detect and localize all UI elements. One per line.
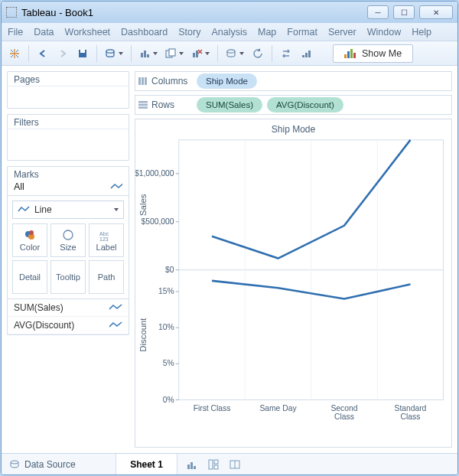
menu-analysis[interactable]: Analysis (211, 27, 247, 37)
svg-rect-64 (214, 460, 218, 464)
close-button[interactable]: ✕ (419, 5, 453, 19)
columns-icon (138, 77, 148, 85)
mark-type-dropdown[interactable]: Line (12, 201, 124, 219)
menu-file[interactable]: File (8, 27, 23, 37)
pill-ship-mode[interactable]: Ship Mode (197, 73, 257, 89)
toolbar: Show Me (2, 41, 457, 66)
marks-all-label: All (14, 181, 24, 192)
size-button[interactable]: Size (50, 223, 86, 257)
tooltip-button[interactable]: Tooltip (50, 260, 86, 294)
maximize-button[interactable]: ☐ (393, 5, 415, 19)
menu-format[interactable]: Format (287, 27, 317, 37)
svg-rect-14 (193, 53, 195, 57)
back-button[interactable] (34, 44, 51, 63)
clear-button[interactable] (189, 44, 212, 63)
line-icon (109, 304, 122, 311)
svg-rect-13 (169, 49, 175, 56)
pages-label: Pages (8, 72, 129, 86)
show-me-label: Show Me (362, 48, 402, 59)
new-worksheet-button[interactable] (137, 44, 160, 63)
chevron-down-icon (114, 208, 119, 211)
swap-button[interactable] (278, 44, 295, 63)
data-source-tab[interactable]: Data Source (2, 454, 116, 474)
menu-dashboard[interactable]: Dashboard (121, 27, 168, 37)
rows-shelf[interactable]: Rows SUM(Sales) AVG(Discount) (135, 95, 452, 115)
refresh-button[interactable] (249, 44, 266, 63)
color-button[interactable]: Color (12, 223, 47, 257)
svg-rect-30 (138, 104, 148, 106)
svg-point-22 (29, 230, 34, 235)
menu-map[interactable]: Map (258, 27, 276, 37)
pages-shelf[interactable]: Pages (7, 71, 129, 109)
duplicate-button[interactable] (163, 44, 186, 63)
filters-shelf[interactable]: Filters (7, 114, 129, 161)
minimize-button[interactable]: ─ (367, 5, 389, 19)
svg-rect-7 (80, 50, 85, 53)
visualization-pane[interactable]: Ship Mode $0$500,000$1,000,0000%5%10%15%… (135, 119, 452, 448)
svg-line-2 (11, 50, 13, 52)
marks-measure-discount[interactable]: AVG(Discount) (8, 317, 129, 334)
new-worksheet-icon[interactable] (187, 459, 197, 470)
show-me-icon (344, 49, 356, 58)
svg-text:Discount: Discount (138, 318, 148, 352)
svg-line-3 (16, 50, 18, 52)
svg-text:10%: 10% (158, 323, 174, 331)
pill-avg-discount[interactable]: AVG(Discount) (267, 97, 343, 112)
svg-text:Same Day: Same Day (259, 404, 297, 412)
svg-text:0%: 0% (163, 396, 174, 404)
app-icon (6, 7, 17, 18)
svg-rect-29 (138, 101, 148, 103)
svg-text:$0: $0 (165, 266, 174, 274)
new-story-icon[interactable] (230, 459, 240, 470)
marks-card: Marks All Line Color Size Abc123Label De… (7, 166, 129, 335)
new-dashboard-icon[interactable] (208, 459, 219, 470)
tableau-logo-icon[interactable] (6, 44, 23, 63)
svg-point-23 (63, 230, 73, 240)
marks-label: Marks (8, 167, 129, 180)
path-button[interactable]: Path (89, 260, 124, 294)
show-me-button[interactable]: Show Me (333, 44, 413, 63)
line-icon (110, 183, 122, 191)
datasource-button[interactable] (103, 44, 125, 63)
save-button[interactable] (74, 44, 91, 63)
columns-shelf[interactable]: Columns Ship Mode (135, 71, 452, 91)
forward-button[interactable] (54, 44, 71, 63)
svg-rect-15 (196, 51, 198, 57)
svg-text:Class: Class (334, 412, 354, 421)
svg-rect-63 (209, 460, 213, 469)
label-button[interactable]: Abc123Label (89, 223, 124, 257)
chart-canvas: $0$500,000$1,000,0000%5%10%15%First Clas… (135, 119, 451, 435)
window-title: Tableau - Book1 (21, 7, 93, 18)
svg-rect-60 (187, 465, 190, 469)
titlebar[interactable]: Tableau - Book1 ─ ☐ ✕ (2, 2, 457, 23)
sheet-tab[interactable]: Sheet 1 (116, 454, 177, 474)
menu-story[interactable]: Story (178, 27, 200, 37)
menu-window[interactable]: Window (367, 27, 401, 37)
svg-rect-28 (145, 77, 147, 85)
svg-text:123: 123 (99, 236, 109, 241)
svg-rect-18 (305, 53, 308, 57)
marks-measure-sales[interactable]: SUM(Sales) (8, 299, 129, 317)
marks-all-row[interactable]: All (8, 180, 129, 196)
detail-button[interactable]: Detail (12, 260, 47, 294)
line-icon (18, 206, 30, 214)
sort-asc-button[interactable] (298, 44, 314, 63)
menu-data[interactable]: Data (34, 27, 54, 37)
svg-rect-31 (138, 106, 148, 109)
autoupdate-button[interactable] (223, 44, 246, 63)
mark-type-label: Line (34, 204, 52, 215)
svg-text:Class: Class (401, 412, 421, 421)
svg-text:$500,000: $500,000 (142, 217, 174, 226)
svg-line-4 (11, 55, 13, 57)
data-source-label: Data Source (24, 459, 76, 470)
svg-point-8 (106, 49, 114, 52)
menu-help[interactable]: Help (412, 27, 431, 37)
menu-server[interactable]: Server (328, 27, 356, 37)
svg-rect-27 (142, 77, 144, 85)
menu-worksheet[interactable]: Worksheet (65, 27, 111, 37)
svg-rect-9 (141, 53, 143, 57)
svg-point-59 (11, 461, 18, 464)
pill-sum-sales[interactable]: SUM(Sales) (197, 97, 262, 112)
menubar: File Data Worksheet Dashboard Story Anal… (2, 23, 457, 41)
svg-rect-62 (194, 466, 196, 469)
